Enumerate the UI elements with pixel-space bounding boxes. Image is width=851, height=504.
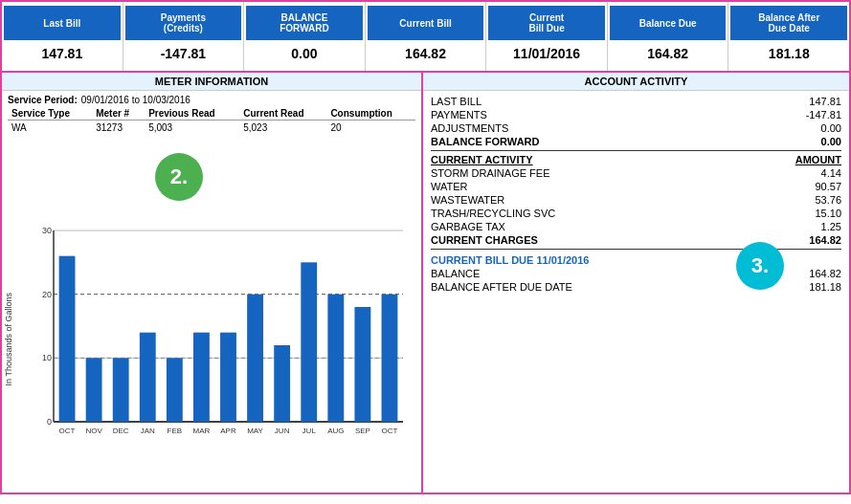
svg-text:30: 30 (42, 226, 52, 235)
meter-section-title: METER INFORMATION (2, 73, 421, 91)
summary-cell-0: Last Bill147.81 (2, 2, 123, 71)
meter-info: Service Period: 09/01/2016 to 10/03/2016… (2, 91, 421, 139)
account-amt: -147.81 (784, 109, 841, 121)
account-row: LAST BILL147.81 (431, 95, 841, 108)
bar-JUN (274, 345, 290, 422)
account-desc: BALANCE FORWARD (431, 136, 784, 147)
right-panel: ACCOUNT ACTIVITY LAST BILL147.81PAYMENTS… (423, 73, 849, 493)
chart-month-label: FEB (168, 427, 183, 435)
left-panel: METER INFORMATION Service Period: 09/01/… (2, 73, 423, 493)
activity-desc: TRASH/RECYCLING SVC (431, 208, 784, 219)
activity-desc: STORM DRAINAGE FEE (431, 167, 784, 179)
summary-value-3: 164.82 (368, 40, 484, 67)
activity-desc: CURRENT CHARGES (431, 234, 784, 246)
account-amt: 0.00 (784, 122, 841, 134)
chart-month-label: DEC (113, 427, 129, 435)
summary-label-6: Balance After Due Date (730, 6, 847, 40)
activity-row: TRASH/RECYCLING SVC15.10 (431, 207, 841, 220)
activity-row: WATER90.57 (431, 180, 841, 193)
chart-month-label: JUN (275, 427, 290, 435)
chart-month-label: JAN (141, 427, 155, 435)
summary-label-5: Balance Due (610, 6, 727, 40)
bar-NOV (86, 358, 102, 422)
balance-amt: 164.82 (784, 268, 841, 279)
summary-cell-5: Balance Due164.82 (608, 2, 729, 71)
bar-JAN (140, 333, 156, 422)
bar-MAY (247, 295, 263, 422)
svg-text:0: 0 (47, 417, 52, 427)
summary-value-5: 164.82 (610, 40, 727, 67)
meter-cell: 31273 (92, 121, 145, 136)
summary-cell-2: BALANCE FORWARD0.00 (244, 2, 366, 71)
summary-label-2: BALANCE FORWARD (246, 6, 363, 40)
summary-cell-4: Current Bill Due11/01/2016 (486, 2, 608, 71)
chart-month-label: JUL (302, 427, 317, 435)
activity-desc: WASTEWATER (431, 194, 784, 206)
account-desc: ADJUSTMENTS (431, 122, 784, 134)
meter-row: WA312735,0035,02320 (8, 121, 415, 136)
account-table: LAST BILL147.81PAYMENTS-147.81ADJUSTMENT… (423, 91, 849, 297)
meter-cell: 5,023 (239, 121, 326, 136)
balance-row: BALANCE AFTER DUE DATE181.18 (431, 280, 841, 294)
chart-month-label: OCT (382, 427, 398, 435)
meter-col-header: Previous Read (145, 107, 239, 121)
chart-area: In Thousands of Gallons 0102030OCTNOVDEC… (2, 215, 421, 493)
summary-cell-3: Current Bill164.82 (366, 2, 487, 71)
summary-value-2: 0.00 (246, 40, 363, 67)
summary-cell-1: Payments (Credits)-147.81 (123, 2, 245, 71)
activity-row: CURRENT CHARGES164.82 (431, 233, 841, 247)
badge-2: 2. (155, 153, 203, 201)
bar-JUL (301, 262, 317, 422)
activity-amt: 4.14 (784, 167, 841, 179)
meter-col-header: Current Read (239, 107, 326, 121)
activity-desc: WATER (431, 181, 784, 192)
chart-month-label: OCT (59, 427, 76, 435)
activity-amt: 1.25 (784, 221, 841, 232)
activity-row: WASTEWATER53.76 (431, 193, 841, 207)
summary-value-4: 11/01/2016 (488, 40, 605, 67)
bar-OCT (59, 256, 76, 422)
main-content: METER INFORMATION Service Period: 09/01/… (0, 73, 851, 494)
summary-value-1: -147.81 (125, 40, 242, 67)
account-row: PAYMENTS-147.81 (431, 108, 841, 121)
service-period-value: 09/01/2016 to 10/03/2016 (81, 95, 190, 105)
summary-value-6: 181.18 (730, 40, 847, 67)
account-desc: LAST BILL (431, 96, 784, 107)
meter-cell: 5,003 (145, 121, 239, 136)
balance-amt: 181.18 (784, 281, 841, 293)
bar-APR (220, 333, 236, 422)
y-axis-label: In Thousands of Gallons (4, 293, 13, 385)
meter-col-header: Consumption (326, 107, 415, 121)
summary-label-4: Current Bill Due (488, 6, 605, 40)
meter-cell: WA (8, 121, 92, 136)
bar-MAR (193, 333, 210, 422)
bar-DEC (113, 358, 129, 422)
balance-desc: BALANCE (431, 268, 784, 279)
chart-month-label: MAR (193, 427, 211, 435)
activity-amt: 15.10 (784, 208, 841, 219)
svg-text:20: 20 (42, 290, 52, 299)
summary-header: Last Bill147.81Payments (Credits)-147.81… (0, 0, 851, 73)
svg-text:10: 10 (42, 353, 52, 362)
account-row: ADJUSTMENTS0.00 (431, 121, 841, 135)
summary-value-0: 147.81 (4, 40, 121, 67)
meter-table: Service TypeMeter #Previous ReadCurrent … (8, 107, 415, 135)
chart-month-label: SEP (355, 427, 370, 435)
activity-row: GARBAGE TAX1.25 (431, 220, 841, 233)
account-amt: 0.00 (784, 136, 841, 147)
activity-amt: 53.76 (784, 194, 841, 206)
summary-cell-6: Balance After Due Date181.18 (728, 2, 849, 71)
balance-desc: BALANCE AFTER DUE DATE (431, 281, 784, 293)
meter-cell: 20 (326, 121, 415, 136)
chart-month-label: NOV (85, 427, 102, 435)
activity-amt: 90.57 (784, 181, 841, 192)
bar-FEB (167, 358, 183, 422)
meter-col-header: Service Type (8, 107, 92, 121)
service-period-label: Service Period: (8, 95, 78, 105)
badge-3: 3. (736, 242, 784, 290)
bar-AUG (327, 295, 344, 422)
activity-desc: GARBAGE TAX (431, 221, 784, 232)
summary-label-3: Current Bill (368, 6, 484, 40)
account-section-title: ACCOUNT ACTIVITY (423, 73, 849, 91)
account-row: BALANCE FORWARD0.00 (431, 135, 841, 148)
